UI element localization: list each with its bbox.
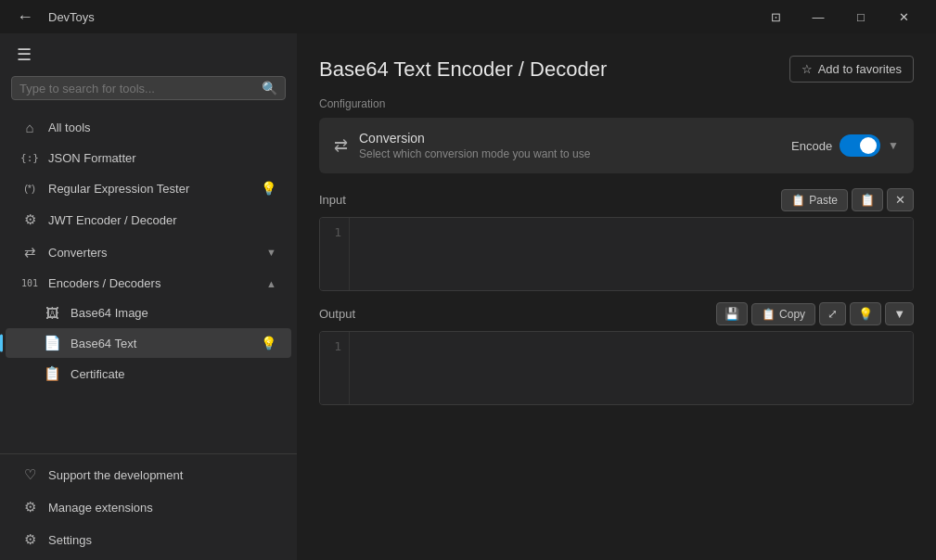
output-actions: 💾 📋 Copy ⤢ 💡 ▼ <box>716 302 914 325</box>
sidebar-item-label: JWT Encoder / Decoder <box>48 213 276 227</box>
regex-icon: (*) <box>20 183 39 194</box>
sidebar-item-label: Base64 Image <box>71 306 276 320</box>
sidebar-bottom: ♡ Support the development ⚙ Manage exten… <box>0 453 297 560</box>
toggle-knob <box>860 137 877 154</box>
clear-input-button[interactable]: ✕ <box>887 188 914 211</box>
chevron-down-icon[interactable]: ▼ <box>888 139 899 152</box>
input-line-numbers: 1 <box>320 218 350 290</box>
json-icon: {:} <box>20 152 39 164</box>
input-editor: 1 <box>319 217 914 291</box>
mode-label: Encode <box>791 139 832 153</box>
sidebar-item-label: Encoders / Decoders <box>48 276 257 290</box>
main-content: Base64 Text Encoder / Decoder ☆ Add to f… <box>297 33 936 560</box>
sidebar-item-label: Base64 Text <box>71 337 251 350</box>
title-bar-left: ← DevToys <box>11 4 95 31</box>
search-icon: 🔍 <box>262 81 277 95</box>
heart-icon: ♡ <box>20 466 39 483</box>
search-box: 🔍 <box>11 76 286 100</box>
output-dropdown-button[interactable]: ▼ <box>885 302 914 325</box>
sidebar-item-label: Regular Expression Tester <box>48 182 251 196</box>
sidebar-item-base64-image[interactable]: 🖼 Base64 Image <box>6 299 291 327</box>
sidebar-item-label: All tools <box>48 121 276 134</box>
encoders-icon: 101 <box>20 278 39 288</box>
config-controls: Encode ▼ <box>791 134 899 157</box>
copy-icon: 📋 <box>762 308 776 321</box>
chevron-down-icon: ▼ <box>266 247 276 258</box>
sidebar-item-label: Settings <box>48 533 92 547</box>
sidebar-badge: 💡 <box>261 181 276 196</box>
page-header: Base64 Text Encoder / Decoder ☆ Add to f… <box>319 56 914 83</box>
sidebar-item-base64-text[interactable]: 📄 Base64 Text 💡 <box>6 328 291 358</box>
chevron-up-icon: ▲ <box>266 278 276 289</box>
input-section: Input 📋 Paste 📋 ✕ 1 <box>319 188 914 291</box>
sidebar-item-support[interactable]: ♡ Support the development <box>6 459 291 490</box>
star-icon: ☆ <box>801 62 813 76</box>
nav-list: ⌂ All tools {:} JSON Formatter (*) Regul… <box>0 108 297 453</box>
output-textarea[interactable] <box>350 332 913 404</box>
sidebar-item-certificate[interactable]: 📋 Certificate <box>6 359 291 388</box>
sidebar-item-encoders[interactable]: 101 Encoders / Decoders ▲ <box>6 269 291 298</box>
copy-output-button[interactable]: 📋 Copy <box>751 303 815 325</box>
maximize-button[interactable]: □ <box>840 0 882 33</box>
home-icon: ⌂ <box>20 120 39 135</box>
title-bar: ← DevToys ⊡ — □ ✕ <box>0 0 936 33</box>
jwt-icon: ⚙ <box>20 211 39 228</box>
snap-button[interactable]: ⊡ <box>754 0 797 33</box>
save-output-button[interactable]: 💾 <box>716 302 748 325</box>
title-bar-controls: ⊡ — □ ✕ <box>754 0 925 33</box>
input-textarea[interactable] <box>350 218 913 290</box>
extensions-icon: ⚙ <box>20 499 39 515</box>
copy-input-button[interactable]: 📋 <box>852 188 883 211</box>
page-title: Base64 Text Encoder / Decoder <box>319 57 607 82</box>
output-editor: 1 <box>319 331 914 405</box>
converters-icon: ⇄ <box>20 244 39 261</box>
encode-toggle[interactable] <box>840 134 880 157</box>
config-card: ⇄ Conversion Select which conversion mod… <box>319 118 914 173</box>
sidebar-item-label: Support the development <box>48 468 183 482</box>
sidebar-item-extensions[interactable]: ⚙ Manage extensions <box>6 491 291 523</box>
sidebar-item-all-tools[interactable]: ⌂ All tools <box>6 112 291 143</box>
settings-icon: ⚙ <box>20 531 39 548</box>
certificate-icon: 📋 <box>43 365 61 382</box>
minimize-button[interactable]: — <box>797 0 840 33</box>
sidebar-item-regex-tester[interactable]: (*) Regular Expression Tester 💡 <box>6 173 291 203</box>
close-button[interactable]: ✕ <box>882 0 925 33</box>
sidebar-badge: 💡 <box>261 336 276 350</box>
input-header: Input 📋 Paste 📋 ✕ <box>319 188 914 211</box>
sidebar-item-json-formatter[interactable]: {:} JSON Formatter <box>6 144 291 172</box>
output-section: Output 💾 📋 Copy ⤢ 💡 ▼ 1 <box>319 302 914 405</box>
output-header: Output 💾 📋 Copy ⤢ 💡 ▼ <box>319 302 914 325</box>
config-info: Conversion Select which conversion mode … <box>359 131 780 160</box>
paste-icon: 📋 <box>791 194 805 207</box>
image-icon: 🖼 <box>43 305 61 321</box>
output-line-numbers: 1 <box>320 332 350 404</box>
back-button[interactable]: ← <box>11 4 39 31</box>
sidebar-item-settings[interactable]: ⚙ Settings <box>6 524 291 555</box>
sidebar-item-label: Manage extensions <box>48 501 153 515</box>
paste-button[interactable]: 📋 Paste <box>781 189 848 211</box>
app-body: ☰ 🔍 ⌂ All tools {:} JSON Formatter (*) R… <box>0 33 936 560</box>
config-section-label: Configuration <box>319 97 914 110</box>
sidebar: ☰ 🔍 ⌂ All tools {:} JSON Formatter (*) R… <box>0 33 297 560</box>
sidebar-top: ☰ <box>0 33 297 76</box>
sidebar-item-label: JSON Formatter <box>48 151 276 165</box>
lightbulb-output-button[interactable]: 💡 <box>850 302 881 325</box>
expand-output-button[interactable]: ⤢ <box>819 302 846 325</box>
sidebar-item-jwt[interactable]: ⚙ JWT Encoder / Decoder <box>6 204 291 235</box>
sidebar-item-label: Certificate <box>71 367 276 381</box>
input-actions: 📋 Paste 📋 ✕ <box>781 188 914 211</box>
conversion-desc: Select which conversion mode you want to… <box>359 147 780 160</box>
input-label: Input <box>319 193 346 207</box>
add-to-favorites-button[interactable]: ☆ Add to favorites <box>789 56 914 83</box>
output-label: Output <box>319 307 355 321</box>
conversion-icon: ⇄ <box>334 135 348 156</box>
sidebar-item-converters[interactable]: ⇄ Converters ▼ <box>6 236 291 268</box>
search-input[interactable] <box>19 82 256 95</box>
hamburger-button[interactable]: ☰ <box>11 41 37 69</box>
text-icon: 📄 <box>43 335 61 351</box>
app-name: DevToys <box>48 10 95 24</box>
conversion-title: Conversion <box>359 131 780 146</box>
sidebar-item-label: Converters <box>48 246 257 260</box>
